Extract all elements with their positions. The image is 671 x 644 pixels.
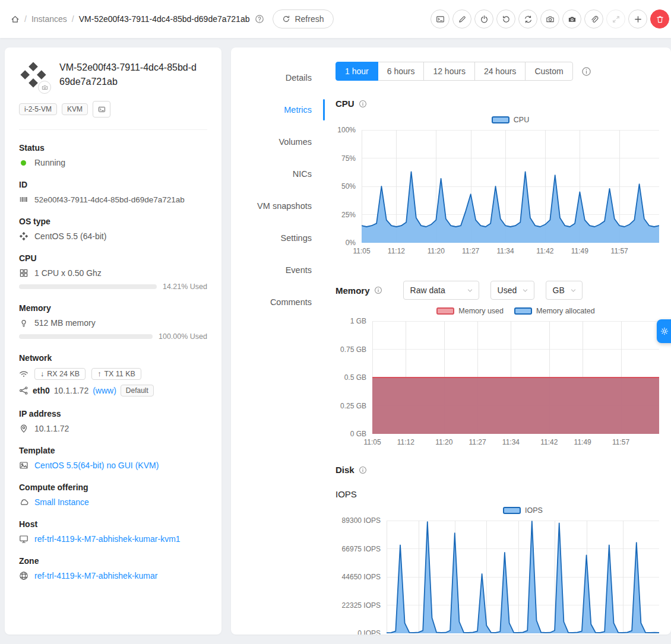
console-tag-button[interactable] [93,101,110,118]
tab-events[interactable]: Events [231,254,326,286]
tab-comments[interactable]: Comments [231,286,326,318]
disk-chart: 89300 IOPS66975 IOPS44650 IOPS22325 IOPS… [336,521,659,635]
y-axis-label: 50% [341,182,356,191]
template-link[interactable]: CentOS 5.5(64-bit) no GUI (KVM) [34,461,159,470]
breadcrumb-instances[interactable]: Instances [31,14,67,24]
home-icon[interactable] [11,15,20,24]
y-axis-label: 1 GB [350,317,366,325]
section-compute-offering: Compute offering Small Instance [19,483,207,507]
memory-info-icon[interactable] [374,286,382,294]
reinstall-button[interactable] [518,9,537,28]
memory-progress-bar [19,334,153,339]
disk-info-icon[interactable] [359,466,367,474]
range-6-hours[interactable]: 6 hours [378,62,425,81]
edit-button[interactable] [452,9,471,28]
x-axis-label: 11:42 [540,438,558,446]
legend-item[interactable]: Memory used [436,307,504,315]
change-icon-button[interactable] [38,81,51,94]
cpu-chart-canvas [362,130,659,243]
camera-icon [42,84,48,91]
reboot-button[interactable] [496,9,515,28]
y-axis-label: 44650 IOPS [342,573,381,581]
nic-icon [19,386,29,395]
cpu-value: 1 CPU x 0.50 Ghz [34,268,102,278]
metrics-info-icon[interactable] [581,66,591,77]
range-24-hours[interactable]: 24 hours [474,62,526,81]
memory-data-select[interactable]: Raw data [403,281,479,300]
range-1-hour[interactable]: 1 hour [336,62,378,81]
stop-button[interactable] [474,9,493,28]
disk-y-axis: 89300 IOPS66975 IOPS44650 IOPS22325 IOPS… [336,521,387,633]
trash-icon [656,15,664,24]
tab-nics[interactable]: NICs [231,158,326,190]
console-button[interactable] [431,9,450,28]
divider [19,129,207,130]
help-icon[interactable] [255,14,264,24]
cpu-info-icon[interactable] [359,100,367,108]
zone-link[interactable]: ref-trl-4119-k-M7-abhishek-kumar [34,571,157,580]
memory-chart-title: Memory [336,285,370,296]
zone-label: Zone [19,556,207,566]
cpu-used-label: 14.21% Used [163,283,207,291]
host-link[interactable]: ref-trl-4119-k-M7-abhishek-kumar-kvm1 [34,534,181,544]
detail-card: Details Metrics Volumes NICs VM snapshot… [231,47,671,635]
attach-iso-button[interactable] [584,9,603,28]
chevron-down-icon [570,287,577,294]
tx-button[interactable]: ↑TX 11 KB [91,368,141,380]
plus-icon [634,15,642,24]
nic-network-link[interactable]: (www) [93,386,116,395]
rx-button[interactable]: ↓RX 24 KB [34,368,86,380]
x-axis-label: 11:27 [469,438,486,446]
time-range-group: 1 hour 6 hours 12 hours 24 hours Custom [336,62,573,81]
section-status: Status Running [19,143,207,167]
tab-list: Details Metrics Volumes NICs VM snapshot… [231,47,326,635]
section-os-type: OS type CentOS 5.5 (64-bit) [19,217,207,241]
time-range-row: 1 hour 6 hours 12 hours 24 hours Custom [336,62,659,81]
os-type-value: CentOS 5.5 (64-bit) [34,231,106,241]
range-custom[interactable]: Custom [525,62,572,81]
tab-metrics[interactable]: Metrics [231,94,326,126]
memory-unit-select[interactable]: GB [546,281,583,300]
legend-item[interactable]: Memory allocated [514,307,595,315]
centos-icon [19,231,29,241]
y-axis-label: 100% [337,126,356,134]
destroy-button[interactable] [650,9,669,28]
cpu-usage: 14.21% Used [19,283,207,291]
offering-link[interactable]: Small Instance [34,497,89,507]
zone-icon [19,571,29,580]
x-axis-label: 11:12 [397,438,414,446]
template-icon [19,461,29,470]
settings-float-button[interactable] [657,319,671,343]
page-content: VM-52e00f43-7911-4dc4-85bd-d69de7a721ab … [0,38,671,635]
take-snapshot-button[interactable] [540,9,559,28]
section-ip: IP address 10.1.1.72 [19,409,207,433]
legend-item[interactable]: CPU [492,116,529,124]
console-icon [98,106,106,113]
tab-details[interactable]: Details [231,62,326,94]
legend-swatch [436,307,454,315]
range-12-hours[interactable]: 12 hours [423,62,474,81]
recurring-snapshot-button[interactable] [562,9,581,28]
memory-x-axis: 11:0511:1211:2011:2711:3411:4211:4911:57 [372,434,659,448]
ip-value: 10.1.1.72 [34,424,69,433]
vm-tags: i-2-5-VM KVM [19,101,207,118]
refresh-button[interactable]: Refresh [273,9,333,28]
memory-y-axis: 1 GB0.75 GB0.5 GB0.25 GB0 GB [336,321,372,434]
barcode-icon [19,195,29,204]
migrate-icon [612,15,621,24]
memory-type-select[interactable]: Used [490,281,534,300]
down-arrow-icon: ↓ [40,370,44,378]
section-zone: Zone ref-trl-4119-k-M7-abhishek-kumar [19,556,207,580]
memory-type-select-value: Used [498,285,517,295]
tab-volumes[interactable]: Volumes [231,126,326,158]
memory-usage: 100.00% Used [19,332,207,341]
scale-button[interactable] [628,9,647,28]
vm-title: VM-52e00f43-7911-4dc4-85bd-d69de7a721ab [59,61,200,91]
legend-item[interactable]: IOPS [503,506,543,515]
cpu-x-axis: 11:0511:1211:2011:2711:3411:4211:4911:57 [362,243,659,257]
x-axis-label: 11:27 [462,247,479,255]
tab-settings[interactable]: Settings [231,222,326,254]
tab-vm-snapshots[interactable]: VM snapshots [231,190,326,222]
top-bar: / Instances / VM-52e00f43-7911-4dc4-85bd… [0,0,671,38]
id-value: 52e00f43-7911-4dc4-85bd-d69de7a721ab [34,195,185,204]
